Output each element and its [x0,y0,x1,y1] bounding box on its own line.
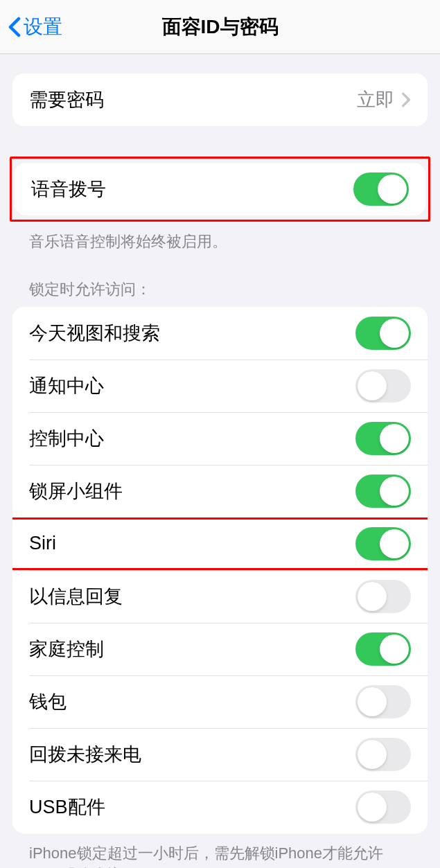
locked-access-row: 家庭控制 [12,623,428,675]
back-label: 设置 [24,14,62,40]
require-passcode-row[interactable]: 需要密码 立即 [12,73,428,126]
locked-access-toggle[interactable] [355,685,411,718]
locked-access-toggle[interactable] [355,580,411,613]
locked-access-label: 今天视图和搜索 [29,321,160,346]
locked-access-label: 回拨未接来电 [29,742,141,767]
voice-dial-toggle[interactable] [353,172,409,206]
locked-access-row: 锁屏小组件 [12,465,428,517]
locked-access-row: 钱包 [12,675,428,728]
require-passcode-label: 需要密码 [29,87,104,112]
locked-access-toggle[interactable] [355,317,411,350]
voice-dial-footer: 音乐语音控制将始终被启用。 [12,222,428,253]
locked-access-toggle[interactable] [355,790,411,824]
locked-access-toggle[interactable] [355,369,411,402]
locked-access-label: 以信息回复 [29,584,123,609]
locked-access-list: 今天视图和搜索通知中心控制中心锁屏小组件Siri以信息回复家庭控制钱包回拨未接来… [12,307,428,833]
locked-access-row: 以信息回复 [12,570,428,623]
require-passcode-value: 立即 [357,87,394,112]
locked-access-label: 钱包 [29,689,67,714]
locked-access-row: 控制中心 [12,412,428,465]
voice-dial-label: 语音拨号 [31,177,106,202]
voice-dial-row: 语音拨号 [15,163,425,215]
locked-access-toggle[interactable] [355,475,411,508]
voice-dial-highlight: 语音拨号 [10,157,430,222]
locked-access-row: 今天视图和搜索 [12,307,428,360]
locked-access-row: USB配件 [12,781,428,833]
locked-access-label: USB配件 [29,795,105,820]
locked-access-row: Siri [12,517,428,570]
locked-access-toggle[interactable] [355,422,411,455]
navigation-bar: 设置 面容ID与密码 [0,0,440,54]
locked-access-row: 通知中心 [12,360,428,412]
locked-access-header: 锁定时允许访问： [12,279,428,307]
locked-access-toggle[interactable] [355,738,411,771]
chevron-left-icon [8,17,21,37]
locked-access-label: Siri [29,533,56,554]
locked-access-label: 通知中心 [29,373,104,398]
locked-access-label: 家庭控制 [29,637,104,662]
locked-access-toggle[interactable] [355,527,411,560]
chevron-right-icon [401,92,411,107]
page-title: 面容ID与密码 [162,14,279,40]
locked-access-label: 控制中心 [29,426,104,451]
locked-access-footer: iPhone锁定超过一小时后，需先解锁iPhone才能允许USB配件连接。 [12,833,428,868]
locked-access-toggle[interactable] [355,632,411,666]
back-button[interactable]: 设置 [8,14,62,40]
locked-access-row: 回拨未接来电 [12,728,428,781]
locked-access-label: 锁屏小组件 [29,479,123,504]
